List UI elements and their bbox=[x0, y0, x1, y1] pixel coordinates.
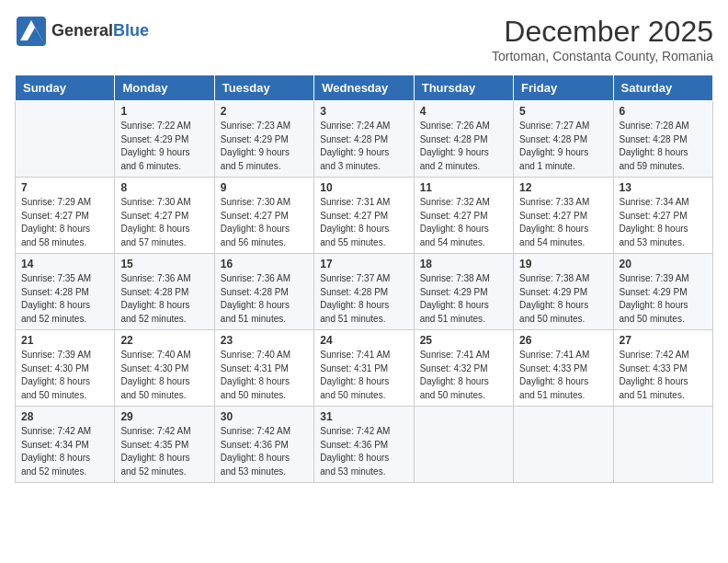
calendar-cell bbox=[414, 407, 513, 483]
calendar-cell bbox=[514, 407, 613, 483]
calendar-cell: 28Sunrise: 7:42 AM Sunset: 4:34 PM Dayli… bbox=[16, 407, 115, 483]
week-row-4: 21Sunrise: 7:39 AM Sunset: 4:30 PM Dayli… bbox=[16, 330, 713, 407]
day-info: Sunrise: 7:38 AM Sunset: 4:29 PM Dayligh… bbox=[519, 272, 607, 326]
calendar-cell: 7Sunrise: 7:29 AM Sunset: 4:27 PM Daylig… bbox=[16, 178, 115, 254]
day-info: Sunrise: 7:33 AM Sunset: 4:27 PM Dayligh… bbox=[519, 196, 607, 249]
day-number: 1 bbox=[120, 105, 208, 118]
day-number: 19 bbox=[519, 258, 607, 270]
day-info: Sunrise: 7:27 AM Sunset: 4:28 PM Dayligh… bbox=[519, 120, 607, 173]
week-row-3: 14Sunrise: 7:35 AM Sunset: 4:28 PM Dayli… bbox=[16, 254, 713, 330]
calendar-cell: 9Sunrise: 7:30 AM Sunset: 4:27 PM Daylig… bbox=[214, 178, 313, 254]
calendar-cell: 30Sunrise: 7:42 AM Sunset: 4:36 PM Dayli… bbox=[214, 407, 313, 483]
day-info: Sunrise: 7:41 AM Sunset: 4:33 PM Dayligh… bbox=[519, 349, 607, 402]
day-number: 2 bbox=[221, 105, 308, 118]
logo-icon bbox=[15, 15, 48, 48]
day-number: 18 bbox=[420, 258, 507, 270]
day-number: 7 bbox=[21, 181, 108, 194]
calendar-cell: 3Sunrise: 7:24 AM Sunset: 4:28 PM Daylig… bbox=[314, 101, 414, 178]
day-info: Sunrise: 7:35 AM Sunset: 4:28 PM Dayligh… bbox=[21, 272, 108, 326]
day-number: 21 bbox=[21, 334, 108, 347]
calendar-cell: 1Sunrise: 7:22 AM Sunset: 4:29 PM Daylig… bbox=[115, 101, 214, 178]
day-number: 24 bbox=[320, 334, 407, 347]
header-day-friday: Friday bbox=[514, 75, 613, 101]
calendar-cell: 14Sunrise: 7:35 AM Sunset: 4:28 PM Dayli… bbox=[16, 254, 115, 330]
day-info: Sunrise: 7:26 AM Sunset: 4:28 PM Dayligh… bbox=[420, 120, 507, 173]
calendar-cell: 21Sunrise: 7:39 AM Sunset: 4:30 PM Dayli… bbox=[16, 330, 115, 407]
calendar-cell: 2Sunrise: 7:23 AM Sunset: 4:29 PM Daylig… bbox=[214, 101, 313, 178]
day-info: Sunrise: 7:30 AM Sunset: 4:27 PM Dayligh… bbox=[120, 196, 208, 249]
day-info: Sunrise: 7:42 AM Sunset: 4:35 PM Dayligh… bbox=[120, 425, 208, 478]
day-number: 5 bbox=[519, 105, 607, 118]
calendar-cell: 18Sunrise: 7:38 AM Sunset: 4:29 PM Dayli… bbox=[414, 254, 513, 330]
calendar-cell: 12Sunrise: 7:33 AM Sunset: 4:27 PM Dayli… bbox=[514, 178, 613, 254]
calendar-cell: 8Sunrise: 7:30 AM Sunset: 4:27 PM Daylig… bbox=[115, 178, 214, 254]
day-number: 29 bbox=[120, 410, 208, 423]
month-title: December 2025 bbox=[492, 15, 713, 49]
week-row-2: 7Sunrise: 7:29 AM Sunset: 4:27 PM Daylig… bbox=[16, 178, 713, 254]
title-section: December 2025 Tortoman, Constanta County… bbox=[492, 15, 713, 63]
header-day-wednesday: Wednesday bbox=[314, 75, 414, 101]
calendar-cell: 11Sunrise: 7:32 AM Sunset: 4:27 PM Dayli… bbox=[414, 178, 513, 254]
header-row: SundayMondayTuesdayWednesdayThursdayFrid… bbox=[16, 75, 713, 101]
calendar-cell: 26Sunrise: 7:41 AM Sunset: 4:33 PM Dayli… bbox=[514, 330, 613, 407]
day-info: Sunrise: 7:23 AM Sunset: 4:29 PM Dayligh… bbox=[221, 120, 308, 173]
day-info: Sunrise: 7:30 AM Sunset: 4:27 PM Dayligh… bbox=[221, 196, 308, 249]
day-info: Sunrise: 7:36 AM Sunset: 4:28 PM Dayligh… bbox=[120, 272, 208, 326]
location-title: Tortoman, Constanta County, Romania bbox=[492, 49, 713, 63]
day-info: Sunrise: 7:42 AM Sunset: 4:36 PM Dayligh… bbox=[320, 425, 407, 478]
day-number: 22 bbox=[120, 334, 208, 347]
day-number: 16 bbox=[221, 258, 308, 270]
day-info: Sunrise: 7:40 AM Sunset: 4:30 PM Dayligh… bbox=[120, 349, 208, 402]
day-info: Sunrise: 7:42 AM Sunset: 4:36 PM Dayligh… bbox=[221, 425, 308, 478]
day-number: 10 bbox=[320, 181, 407, 194]
day-info: Sunrise: 7:40 AM Sunset: 4:31 PM Dayligh… bbox=[221, 349, 308, 402]
header-day-tuesday: Tuesday bbox=[214, 75, 313, 101]
calendar-cell: 23Sunrise: 7:40 AM Sunset: 4:31 PM Dayli… bbox=[214, 330, 313, 407]
day-number: 14 bbox=[21, 258, 108, 270]
day-info: Sunrise: 7:42 AM Sunset: 4:34 PM Dayligh… bbox=[21, 425, 108, 478]
day-number: 30 bbox=[221, 410, 308, 423]
day-number: 8 bbox=[120, 181, 208, 194]
calendar-cell: 31Sunrise: 7:42 AM Sunset: 4:36 PM Dayli… bbox=[314, 407, 414, 483]
logo: GeneralBlue bbox=[15, 15, 149, 48]
calendar-cell: 16Sunrise: 7:36 AM Sunset: 4:28 PM Dayli… bbox=[214, 254, 313, 330]
day-info: Sunrise: 7:28 AM Sunset: 4:28 PM Dayligh… bbox=[620, 120, 707, 173]
calendar-cell: 27Sunrise: 7:42 AM Sunset: 4:33 PM Dayli… bbox=[613, 330, 712, 407]
day-info: Sunrise: 7:29 AM Sunset: 4:27 PM Dayligh… bbox=[21, 196, 108, 249]
calendar-cell: 13Sunrise: 7:34 AM Sunset: 4:27 PM Dayli… bbox=[613, 178, 712, 254]
calendar-cell: 19Sunrise: 7:38 AM Sunset: 4:29 PM Dayli… bbox=[514, 254, 613, 330]
calendar-cell: 22Sunrise: 7:40 AM Sunset: 4:30 PM Dayli… bbox=[115, 330, 214, 407]
day-number: 4 bbox=[420, 105, 507, 118]
day-number: 11 bbox=[420, 181, 507, 194]
calendar-cell: 5Sunrise: 7:27 AM Sunset: 4:28 PM Daylig… bbox=[514, 101, 613, 178]
day-info: Sunrise: 7:42 AM Sunset: 4:33 PM Dayligh… bbox=[620, 349, 707, 402]
calendar-cell: 29Sunrise: 7:42 AM Sunset: 4:35 PM Dayli… bbox=[115, 407, 214, 483]
day-info: Sunrise: 7:34 AM Sunset: 4:27 PM Dayligh… bbox=[620, 196, 707, 249]
day-info: Sunrise: 7:32 AM Sunset: 4:27 PM Dayligh… bbox=[420, 196, 507, 249]
header-day-sunday: Sunday bbox=[16, 75, 115, 101]
day-number: 31 bbox=[320, 410, 407, 423]
calendar-cell: 17Sunrise: 7:37 AM Sunset: 4:28 PM Dayli… bbox=[314, 254, 414, 330]
calendar-cell: 15Sunrise: 7:36 AM Sunset: 4:28 PM Dayli… bbox=[115, 254, 214, 330]
day-info: Sunrise: 7:41 AM Sunset: 4:31 PM Dayligh… bbox=[320, 349, 407, 402]
day-number: 9 bbox=[221, 181, 308, 194]
day-info: Sunrise: 7:31 AM Sunset: 4:27 PM Dayligh… bbox=[320, 196, 407, 249]
logo-blue: Blue bbox=[113, 21, 149, 40]
header-day-thursday: Thursday bbox=[414, 75, 513, 101]
calendar-cell: 4Sunrise: 7:26 AM Sunset: 4:28 PM Daylig… bbox=[414, 101, 513, 178]
day-info: Sunrise: 7:38 AM Sunset: 4:29 PM Dayligh… bbox=[420, 272, 507, 326]
day-number: 26 bbox=[519, 334, 607, 347]
day-number: 13 bbox=[620, 181, 707, 194]
day-number: 25 bbox=[420, 334, 507, 347]
calendar-cell bbox=[16, 101, 115, 178]
day-number: 15 bbox=[120, 258, 208, 270]
day-number: 20 bbox=[620, 258, 707, 270]
header-day-monday: Monday bbox=[115, 75, 214, 101]
day-number: 3 bbox=[320, 105, 407, 118]
page-header: GeneralBlue December 2025 Tortoman, Cons… bbox=[15, 15, 713, 63]
day-number: 6 bbox=[620, 105, 707, 118]
calendar-cell: 6Sunrise: 7:28 AM Sunset: 4:28 PM Daylig… bbox=[613, 101, 712, 178]
week-row-1: 1Sunrise: 7:22 AM Sunset: 4:29 PM Daylig… bbox=[16, 101, 713, 178]
calendar-cell: 24Sunrise: 7:41 AM Sunset: 4:31 PM Dayli… bbox=[314, 330, 414, 407]
calendar-cell: 25Sunrise: 7:41 AM Sunset: 4:32 PM Dayli… bbox=[414, 330, 513, 407]
